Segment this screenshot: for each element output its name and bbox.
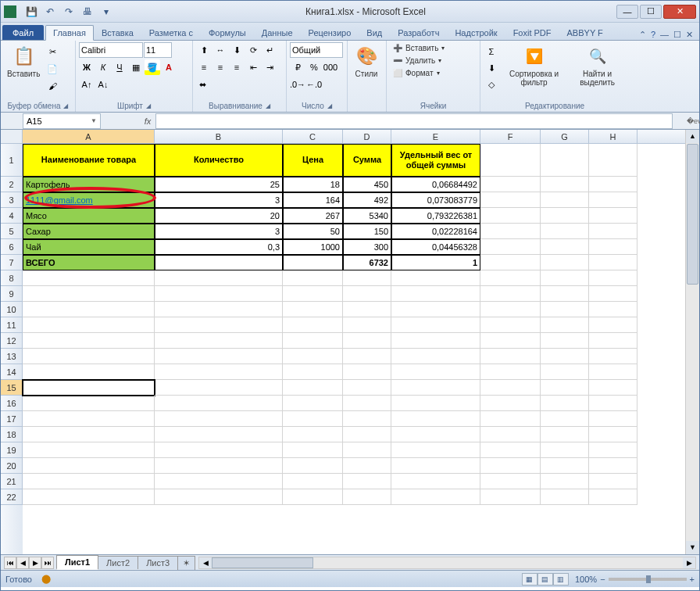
horizontal-scrollbar[interactable]: ◀ ▶ [198, 557, 696, 569]
cell[interactable] [391, 458, 480, 474]
orientation-button[interactable]: ⟳ [245, 42, 261, 58]
cell[interactable] [343, 411, 391, 427]
col-header-B[interactable]: B [155, 130, 283, 143]
cell[interactable] [480, 474, 541, 489]
row-header-7[interactable]: 7 [1, 255, 23, 270]
format-painter-button[interactable]: 🖌 [45, 78, 60, 94]
sum-cell[interactable]: 300 [343, 239, 391, 255]
cell[interactable] [155, 411, 283, 427]
row-header-3[interactable]: 3 [1, 192, 23, 208]
cell[interactable] [283, 427, 343, 442]
increase-indent-button[interactable]: ⇥ [262, 59, 277, 75]
cell[interactable] [541, 177, 589, 192]
sheet-tab-3[interactable]: Лист3 [138, 556, 178, 569]
cell[interactable] [541, 396, 589, 411]
row-header-17[interactable]: 17 [1, 411, 23, 427]
header-cell[interactable]: Количество [155, 144, 283, 177]
cell[interactable] [480, 396, 541, 411]
col-header-C[interactable]: C [283, 130, 343, 143]
percent-button[interactable]: % [306, 59, 322, 75]
autosum-button[interactable]: Σ [484, 44, 499, 59]
row-header-22[interactable]: 22 [1, 489, 23, 505]
sum-cell[interactable]: 5340 [343, 208, 391, 224]
cell[interactable] [480, 224, 541, 239]
cell[interactable] [343, 442, 391, 458]
cell[interactable] [480, 458, 541, 474]
name-cell[interactable]: 1111@gmail.com [23, 192, 155, 208]
cell[interactable] [391, 349, 480, 364]
tab-insert[interactable]: Вставка [94, 25, 141, 40]
align-left-button[interactable]: ≡ [196, 59, 212, 75]
row-header-9[interactable]: 9 [1, 286, 23, 302]
cell[interactable] [155, 364, 283, 380]
price-cell[interactable]: 18 [283, 177, 343, 192]
cell[interactable] [343, 317, 391, 333]
cell[interactable] [391, 286, 480, 302]
cell[interactable] [23, 427, 155, 442]
cell[interactable] [23, 302, 155, 317]
header-cell[interactable]: Удельный вес от общей суммы [391, 144, 480, 177]
cell[interactable] [343, 270, 391, 286]
cell[interactable] [589, 380, 638, 396]
cell[interactable] [283, 396, 343, 411]
new-sheet-button[interactable]: ✶ [177, 556, 195, 570]
cell[interactable] [589, 239, 638, 255]
cell[interactable] [541, 224, 589, 239]
insert-cells-button[interactable]: ➕Вставить▾ [390, 42, 448, 54]
tab-file[interactable]: Файл [2, 25, 44, 40]
sum-cell[interactable]: 492 [343, 192, 391, 208]
name-box-dropdown-icon[interactable]: ▼ [91, 117, 97, 124]
cell[interactable] [23, 474, 155, 489]
cell[interactable] [480, 427, 541, 442]
cell[interactable] [343, 302, 391, 317]
scroll-down-button[interactable]: ▼ [686, 541, 699, 554]
cell[interactable] [541, 442, 589, 458]
cell[interactable] [283, 489, 343, 505]
header-cell[interactable]: Цена [283, 144, 343, 177]
paste-button[interactable]: 📋 Вставить [4, 42, 43, 80]
number-format-combo[interactable] [290, 42, 343, 58]
cell[interactable] [589, 270, 638, 286]
col-header-E[interactable]: E [391, 130, 480, 143]
cell[interactable] [480, 144, 541, 177]
font-color-button[interactable]: A [161, 59, 177, 75]
row-header-20[interactable]: 20 [1, 458, 23, 474]
cell[interactable] [343, 333, 391, 349]
cell[interactable] [480, 317, 541, 333]
grow-font-button[interactable]: A↑ [79, 77, 95, 92]
save-button[interactable]: 💾 [23, 4, 40, 20]
header-cell[interactable]: Наименование товара [23, 144, 155, 177]
cell[interactable] [23, 489, 155, 505]
cell[interactable] [343, 458, 391, 474]
bold-button[interactable]: Ж [79, 59, 95, 75]
qty-cell[interactable]: 25 [155, 177, 283, 192]
cell[interactable] [23, 317, 155, 333]
cell[interactable] [391, 396, 480, 411]
cell[interactable] [391, 364, 480, 380]
cell[interactable] [391, 270, 480, 286]
cell[interactable] [589, 177, 638, 192]
weight-cell[interactable]: 0,02228164 [391, 224, 480, 239]
cell[interactable] [155, 442, 283, 458]
name-cell[interactable]: Мясо [23, 208, 155, 224]
cell[interactable] [541, 411, 589, 427]
cell[interactable] [480, 177, 541, 192]
decrease-indent-button[interactable]: ⇤ [245, 59, 261, 75]
price-cell[interactable]: 267 [283, 208, 343, 224]
underline-button[interactable]: Ч [112, 59, 127, 75]
cell[interactable] [589, 411, 638, 427]
qty-cell[interactable]: 3 [155, 192, 283, 208]
align-middle-button[interactable]: ↔ [212, 42, 228, 58]
cell[interactable] [589, 396, 638, 411]
cell[interactable] [283, 458, 343, 474]
scroll-up-button[interactable]: ▲ [686, 130, 699, 143]
redo-button[interactable]: ↷ [60, 4, 77, 20]
row-header-2[interactable]: 2 [1, 177, 23, 192]
zoom-in-button[interactable]: + [690, 575, 695, 584]
sheet-next-button[interactable]: ▶ [29, 557, 41, 569]
cell[interactable] [155, 427, 283, 442]
currency-button[interactable]: ₽ [290, 59, 305, 75]
cell[interactable] [541, 270, 589, 286]
cell[interactable] [589, 192, 638, 208]
cell[interactable] [480, 270, 541, 286]
